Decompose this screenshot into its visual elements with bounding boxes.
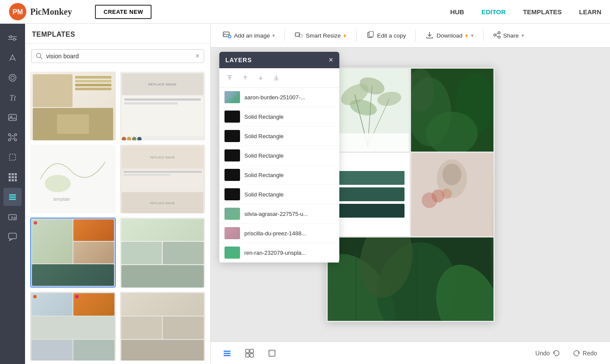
layer-item[interactable]: Solid Rectangle: [219, 107, 339, 127]
sidebar-speech-btn[interactable]: [3, 228, 22, 246]
sidebar-text-overlay-btn[interactable]: Aa: [3, 208, 22, 226]
sidebar-filters-btn[interactable]: [3, 29, 22, 47]
layer-name: priscilla-du-preez-1488...: [244, 230, 306, 237]
undo-label: Undo: [535, 350, 550, 357]
svg-rect-47: [369, 32, 373, 37]
undo-button[interactable]: Undo: [531, 347, 564, 359]
svg-rect-28: [15, 179, 17, 181]
svg-rect-88: [250, 354, 253, 357]
nav-hub[interactable]: HUB: [450, 8, 465, 16]
layer-thumbnail: [224, 188, 240, 200]
svg-rect-30: [9, 196, 16, 198]
editor-area: Add an image ▾ Smart Resize ♦: [211, 24, 610, 364]
svg-rect-85: [246, 349, 249, 353]
layer-item[interactable]: aaron-burden-251007-...: [219, 88, 339, 107]
share-button[interactable]: Share ▾: [488, 28, 529, 43]
layer-item[interactable]: silvia-agrasar-227575-u...: [219, 204, 339, 224]
sidebar-layers-btn[interactable]: [3, 188, 22, 206]
sidebar-graphics-btn[interactable]: [3, 128, 22, 146]
svg-line-51: [496, 33, 498, 35]
svg-point-10: [11, 76, 14, 79]
svg-rect-31: [9, 199, 16, 200]
sidebar-crop-btn[interactable]: [3, 148, 22, 166]
svg-rect-37: [32, 145, 114, 213]
sidebar-touchup-btn[interactable]: [3, 69, 22, 87]
layers-toggle-button[interactable]: [219, 345, 235, 361]
svg-rect-27: [12, 179, 14, 181]
share-label: Share: [503, 32, 519, 39]
template-item[interactable]: [30, 292, 116, 361]
template-item[interactable]: [120, 218, 205, 288]
svg-rect-23: [9, 176, 11, 178]
layer-name: silvia-agrasar-227575-u...: [244, 211, 308, 217]
svg-rect-86: [250, 349, 253, 353]
svg-point-18: [15, 139, 17, 141]
smart-resize-crown-icon: ♦: [343, 32, 346, 39]
redo-button[interactable]: Redo: [569, 347, 601, 359]
crop-toggle-button[interactable]: [264, 345, 280, 361]
layer-thumbnail: [224, 91, 240, 103]
picmonkey-logo-icon: PM: [9, 3, 27, 21]
search-clear-button[interactable]: ×: [196, 52, 199, 60]
sidebar-text-btn[interactable]: Tt: [3, 89, 22, 107]
search-input[interactable]: [46, 53, 192, 60]
share-icon: [493, 31, 501, 40]
nav-learn[interactable]: LEARN: [579, 8, 601, 16]
layer-thumbnail: [224, 130, 240, 142]
grid-toggle-button[interactable]: [242, 345, 257, 361]
smart-resize-button[interactable]: Smart Resize ♦: [289, 28, 351, 43]
layer-item[interactable]: priscilla-du-preez-1488...: [219, 224, 339, 243]
svg-text:Tt: Tt: [9, 94, 16, 102]
svg-text:PM: PM: [13, 8, 23, 16]
search-icon: [36, 53, 43, 60]
toolbar-divider-4: [483, 29, 484, 41]
edit-copy-button[interactable]: Edit a copy: [361, 28, 411, 43]
layers-close-button[interactable]: ×: [329, 56, 333, 64]
layer-item[interactable]: ren-ran-232079-unsplа...: [219, 243, 339, 263]
layer-thumbnail: [224, 208, 240, 220]
canvas-container: LAYERS ×: [211, 47, 610, 342]
svg-point-14: [11, 136, 14, 139]
layers-title: LAYERS: [225, 57, 252, 63]
nav-templates[interactable]: TEMPLATES: [523, 8, 562, 16]
create-new-button[interactable]: CREATE NEW: [95, 5, 152, 19]
svg-point-74: [422, 193, 437, 208]
layer-move-up-btn[interactable]: [239, 72, 251, 84]
svg-point-50: [498, 36, 500, 38]
template-item-current[interactable]: [30, 218, 116, 288]
template-item[interactable]: REPLACE IMAGE REPLACE IMAGE: [120, 145, 205, 213]
sidebar-photo-btn[interactable]: [3, 108, 22, 127]
svg-point-15: [9, 134, 11, 136]
add-image-button[interactable]: Add an image ▾: [218, 28, 280, 43]
svg-rect-20: [9, 173, 11, 175]
layer-move-down-btn[interactable]: [255, 72, 267, 84]
template-item[interactable]: [120, 292, 205, 361]
layer-item[interactable]: Solid Rectangle: [219, 165, 339, 185]
main-area: Tt: [0, 24, 610, 364]
template-item[interactable]: [30, 72, 116, 140]
toolbar-divider-1: [284, 29, 285, 41]
layer-move-to-top-btn[interactable]: [224, 72, 236, 84]
template-item[interactable]: template: [30, 145, 116, 213]
download-button[interactable]: Download ♦ ▾: [420, 28, 478, 43]
sidebar-textures-btn[interactable]: [3, 168, 22, 186]
svg-point-3: [10, 36, 12, 38]
layer-name: Solid Rectangle: [244, 191, 284, 198]
download-chevron: ▾: [471, 33, 474, 38]
sidebar-effects-btn[interactable]: [3, 49, 22, 67]
layer-name: aaron-burden-251007-...: [244, 94, 305, 101]
template-item[interactable]: REPLACE IMAGE: [120, 72, 205, 140]
add-image-chevron: ▾: [272, 33, 275, 38]
svg-rect-12: [9, 114, 16, 120]
svg-point-4: [13, 38, 16, 41]
layer-item[interactable]: Solid Rectangle: [219, 185, 339, 204]
canvas-preview: [326, 67, 495, 322]
layer-item[interactable]: Solid Rectangle: [219, 146, 339, 165]
templates-panel: TEMPLATES ×: [25, 24, 211, 364]
canvas-area: LAYERS ×: [211, 47, 610, 364]
nav-editor[interactable]: EDITOR: [481, 8, 506, 16]
layer-item[interactable]: Solid Rectangle: [219, 127, 339, 146]
svg-rect-82: [224, 351, 231, 352]
layer-thumbnail: [224, 227, 240, 239]
layer-move-to-bottom-btn[interactable]: [270, 72, 282, 84]
